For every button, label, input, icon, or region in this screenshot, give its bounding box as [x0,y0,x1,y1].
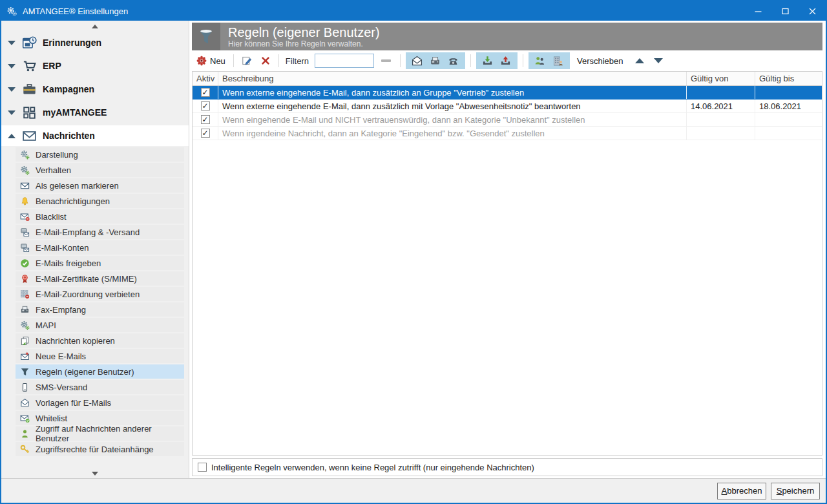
sidebar-item-mapi[interactable]: MAPI [16,318,184,332]
telephone-toggle-button[interactable] [445,53,463,68]
sidebar-item-sms-versand[interactable]: SMS-Versand [16,380,184,394]
move-up-icon [635,58,644,63]
save-button[interactable]: Speichern [771,483,820,499]
delete-x-icon [260,56,271,66]
table-row[interactable]: ✓Wenn eingehende E-Mail und NICHT vertra… [193,113,822,127]
minimize-button[interactable] [744,1,771,21]
sidebar-category-kampagnen[interactable]: Kampagnen [1,79,189,100]
people-toggle-button[interactable] [531,53,549,68]
move-down-button[interactable] [651,54,666,68]
edit-rule-button[interactable] [239,53,255,68]
collapse-dash-icon[interactable] [381,59,391,62]
new-rule-button[interactable]: Neu [194,53,228,68]
gears-icon [20,150,30,160]
people-icon [534,56,545,67]
sidebar-item-e-mail-konten[interactable]: E-Mail-Konten [16,240,184,255]
envelope-open-big-toggle-button[interactable] [408,53,426,68]
sidebar-category-myamtangee[interactable]: myAMTANGEE [1,102,189,123]
sidebar-item-als-gelesen-markieren[interactable]: Als gelesen markieren [16,178,184,193]
table-row[interactable]: ✓Wenn externe eingehende E-Mail, dann zu… [193,100,822,113]
table-row[interactable]: ✓Wenn irgendeine Nachricht, dann an Kate… [193,127,822,140]
toolbar-separator [233,54,234,67]
fax-toggle-button[interactable] [426,53,445,68]
cancel-button[interactable]: Abbrechen [717,483,766,499]
sidebar-item-nachrichten-kopieren[interactable]: Nachrichten kopieren [16,333,184,348]
filter-input[interactable] [315,54,374,68]
smart-rules-checkbox[interactable] [198,463,207,472]
move-up-button[interactable] [632,54,647,68]
sidebar-scroll-up[interactable] [1,22,189,31]
import-toggle-button[interactable] [479,53,497,68]
minimize-icon [755,8,762,15]
active-cell: ✓ [193,127,218,140]
toolbar-separator [523,54,523,67]
column-header-beschreibung[interactable]: Beschreibung [218,72,687,85]
title-bar: AMTANGEE® Einstellungen [1,1,826,21]
sidebar-item-label: Verhalten [36,165,71,175]
building-person-toggle-button[interactable] [549,53,567,68]
briefcase-icon [22,82,37,97]
sidebar-item-fax-empfang[interactable]: Fax-Empfang [16,302,184,317]
new-flower-icon [196,56,207,66]
rules-table: AktivBeschreibungGültig vonGültig bis ✓W… [192,71,822,456]
sidebar-item-zugriffsrechte-f-r-dateianh-nge[interactable]: Zugriffsrechte für Dateianhänge [16,442,184,456]
envelope-icon [20,181,30,191]
cart-icon [22,59,37,74]
sidebar-item-whitelist[interactable]: Whitelist [16,411,184,425]
active-checkbox[interactable]: ✓ [201,115,210,124]
valid-from-cell: 14.06.2021 [687,100,755,112]
column-header-g-ltig-von[interactable]: Gültig von [687,72,755,85]
sidebar-item-neue-e-mails[interactable]: Neue E-Mails [16,349,184,363]
category-label: Nachrichten [43,131,95,141]
sidebar-item-e-mail-zertifikate-s-mime[interactable]: E-Mail-Zertifikate (S/MIME) [16,271,184,286]
description-cell: Wenn externe eingehende E-Mail, dann zus… [218,86,687,99]
sidebar-item-darstellung[interactable]: Darstellung [16,147,184,162]
sidebar-item-regeln-eigener-benutzer[interactable]: Regeln (eigener Benutzer) [16,364,184,379]
sidebar-scroll-down[interactable] [1,469,189,478]
table-row[interactable]: ✓Wenn externe eingehende E-Mail, dann zu… [193,86,822,100]
scroll-up-icon [92,25,98,28]
sidebar-item-label: E-Mail-Konten [36,243,89,253]
column-header-g-ltig-bis[interactable]: Gültig bis [755,72,822,85]
sidebar-item-label: Zugriff auf Nachrichten anderer Benutzer [36,424,184,443]
sidebar-category-erinnerungen[interactable]: Erinnerungen [1,32,189,53]
squares-icon [22,105,37,120]
sidebar-item-label: E-Mail-Empfang & -Versand [36,227,140,237]
toolbar-separator [400,54,401,67]
envelope-icon [22,129,37,143]
active-checkbox[interactable]: ✓ [201,129,210,138]
sidebar-item-benachrichtigungen[interactable]: Benachrichtigungen [16,194,184,208]
delete-rule-button[interactable] [258,53,273,68]
toolbar-toggles [406,52,570,69]
valid-to-cell [755,127,822,140]
collapse-arrow-icon [8,134,16,138]
expand-arrow-icon [8,110,16,115]
panel-header-iconbox [192,23,220,50]
sidebar-item-e-mail-empfang-versand[interactable]: E-Mail-Empfang & -Versand [16,225,184,239]
sidebar-item-blacklist[interactable]: Blacklist [16,209,184,224]
sidebar-item-label: Als gelesen markieren [36,181,119,191]
key-icon [20,445,30,454]
description-cell: Wenn externe eingehende E-Mail, dann zus… [218,100,687,112]
active-checkbox[interactable]: ✓ [201,88,210,97]
valid-to-cell: 18.06.2021 [755,100,822,112]
active-checkbox[interactable]: ✓ [201,101,210,110]
maximize-button[interactable] [771,1,799,21]
rules-table-empty-area [193,140,822,455]
telephone-icon [448,56,459,67]
check-circle-icon [20,258,30,268]
sidebar-category-nachrichten[interactable]: Nachrichten [1,125,189,146]
sidebar-item-verhalten[interactable]: Verhalten [16,163,184,177]
new-rule-label: Neu [210,56,225,66]
column-header-aktiv[interactable]: Aktiv [193,72,218,85]
sidebar-item-vorlagen-f-r-e-mails[interactable]: Vorlagen für E-Mails [16,395,184,410]
expand-arrow-icon [8,87,16,92]
close-button[interactable] [799,1,826,21]
export-toggle-button[interactable] [497,53,515,68]
sidebar-item-zugriff-auf-nachrichten-anderer-benutzer[interactable]: Zugriff auf Nachrichten anderer Benutzer [16,426,184,441]
close-icon [809,8,816,15]
sidebar-item-e-mails-freigeben[interactable]: E-Mails freigeben [16,256,184,270]
sidebar-category-erp[interactable]: ERP [1,56,189,76]
sidebar-item-e-mail-zuordnung-verbieten[interactable]: E-Mail-Zuordnung verbieten [16,287,184,301]
copy-icon [20,336,30,346]
